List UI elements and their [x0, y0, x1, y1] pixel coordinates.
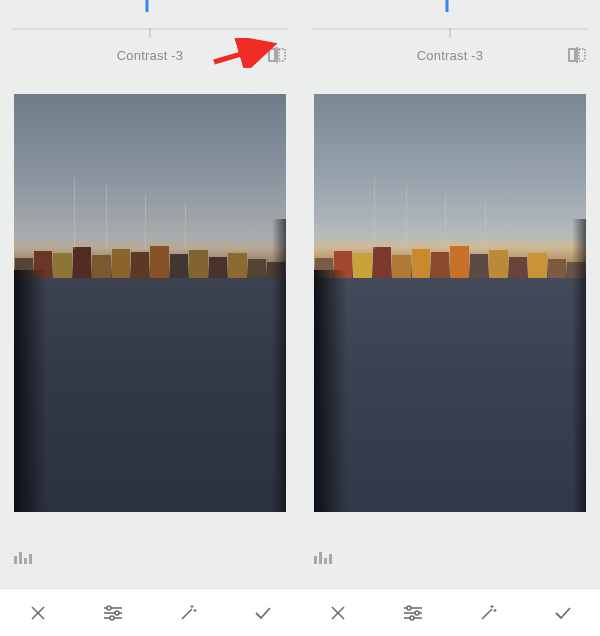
slider-center-tick [150, 28, 151, 38]
svg-rect-7 [19, 552, 22, 564]
photo-buildings [314, 232, 586, 282]
editor-pane-right: Contrast -3 [300, 0, 600, 636]
close-icon[interactable] [318, 593, 358, 633]
magic-wand-icon[interactable] [168, 593, 208, 633]
svg-rect-29 [329, 554, 332, 564]
compare-icon[interactable] [268, 47, 286, 63]
slider-track [12, 28, 288, 30]
adjust-slider[interactable] [300, 0, 600, 38]
svg-point-35 [415, 611, 419, 615]
magic-wand-icon[interactable] [468, 593, 508, 633]
histogram-icon[interactable] [314, 544, 586, 578]
tune-icon[interactable] [93, 593, 133, 633]
slider-center-tick [450, 28, 451, 38]
check-icon[interactable] [543, 593, 583, 633]
photo-preview[interactable] [314, 94, 586, 512]
svg-point-33 [407, 606, 411, 610]
compare-icon[interactable] [568, 47, 586, 63]
svg-rect-28 [324, 558, 327, 564]
slider-track [312, 28, 588, 30]
svg-rect-26 [314, 556, 317, 564]
tune-icon[interactable] [393, 593, 433, 633]
check-icon[interactable] [243, 593, 283, 633]
svg-point-17 [110, 616, 114, 620]
adjust-label: Contrast -3 [14, 48, 286, 63]
bottom-toolbar [300, 588, 600, 636]
svg-rect-8 [24, 558, 27, 564]
svg-rect-27 [319, 552, 322, 564]
svg-rect-9 [29, 554, 32, 564]
svg-point-37 [410, 616, 414, 620]
slider-thumb[interactable] [446, 0, 449, 12]
histogram-icon[interactable] [14, 544, 286, 578]
adjust-label: Contrast -3 [314, 48, 586, 63]
close-icon[interactable] [18, 593, 58, 633]
svg-rect-6 [14, 556, 17, 564]
svg-rect-0 [269, 49, 275, 61]
svg-line-38 [482, 609, 492, 619]
adjust-slider[interactable] [0, 0, 300, 38]
bottom-toolbar [0, 588, 300, 636]
photo-preview[interactable] [14, 94, 286, 512]
svg-point-13 [107, 606, 111, 610]
svg-line-18 [182, 609, 192, 619]
photo-buildings [14, 232, 286, 282]
svg-point-15 [115, 611, 119, 615]
slider-thumb[interactable] [146, 0, 149, 12]
editor-pane-left: Contrast -3 [0, 0, 300, 636]
svg-rect-20 [569, 49, 575, 61]
